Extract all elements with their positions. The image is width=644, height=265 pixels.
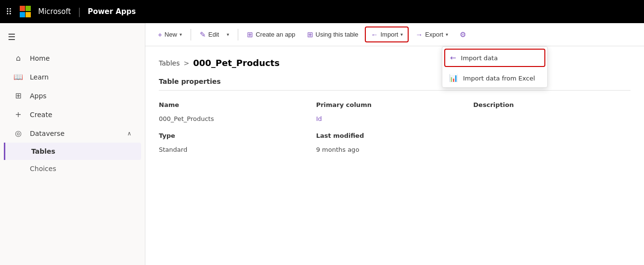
sidebar-label-learn: Learn (30, 73, 49, 81)
sidebar-item-tables[interactable]: Tables (4, 143, 141, 160)
company-name: Microsoft (38, 7, 71, 16)
sidebar-label-choices: Choices (30, 165, 56, 172)
sidebar-label-tables: Tables (31, 147, 55, 155)
create-app-icon: ⊞ (247, 30, 253, 39)
hamburger-icon: ☰ (8, 32, 15, 42)
import-excel-icon: 📊 (449, 74, 458, 82)
using-table-label: Using this table (316, 31, 359, 38)
new-button[interactable]: + New ▾ (153, 27, 187, 41)
dataverse-icon: ◎ (13, 129, 23, 138)
import-data-label: Import data (461, 54, 498, 62)
edit-chevron-button[interactable]: ▾ (226, 29, 234, 40)
import-excel-label: Import data from Excel (463, 75, 535, 82)
col-value-name: 000_Pet_Products (159, 113, 316, 127)
settings-button[interactable]: ⚙ (455, 27, 471, 42)
sidebar-item-apps[interactable]: ⊞ Apps (4, 86, 141, 105)
col-header-primary: Primary column (316, 96, 474, 113)
topbar-divider: | (77, 6, 81, 17)
new-label: New (165, 31, 177, 38)
import-chevron-icon: ▾ (400, 32, 403, 37)
sidebar: ☰ ⌂ Home 📖 Learn ⊞ Apps + Create ◎ Datav… (0, 23, 145, 265)
export-button[interactable]: → Export ▾ (411, 27, 453, 41)
sidebar-item-create[interactable]: + Create (4, 105, 141, 124)
col-header-modified: Last modified (316, 127, 474, 144)
sidebar-item-dataverse[interactable]: ◎ Dataverse ∧ (4, 124, 141, 143)
table-properties-title: Table properties (159, 78, 631, 91)
home-icon: ⌂ (13, 53, 23, 63)
col-value-primary: Id (316, 113, 474, 127)
sidebar-label-create: Create (30, 111, 52, 119)
export-label: Export (425, 31, 443, 38)
grid-icon[interactable]: ⠿ (6, 7, 12, 17)
sidebar-label-dataverse: Dataverse (30, 130, 64, 137)
app-name: Power Apps (88, 7, 136, 16)
col-header-type: Type (159, 127, 316, 144)
col-header-name: Name (159, 96, 316, 113)
sidebar-label-apps: Apps (30, 92, 47, 100)
edit-chevron-icon: ▾ (227, 32, 229, 37)
import-icon: ← (371, 30, 378, 39)
hamburger-menu[interactable]: ☰ (0, 27, 145, 47)
properties-grid: Name Primary column Description 000_Pet_… (159, 96, 631, 158)
export-icon: → (415, 30, 423, 39)
apps-icon: ⊞ (13, 91, 23, 100)
export-chevron-icon: ▾ (446, 32, 448, 37)
toolbar-sep-1 (191, 29, 191, 40)
toolbar: + New ▾ ✎ Edit ▾ ⊞ Create an app ⊞ Using… (145, 23, 644, 46)
sidebar-item-home[interactable]: ⌂ Home (4, 49, 141, 67)
import-data-icon: ← (450, 53, 456, 62)
breadcrumb-separator: > (184, 59, 190, 67)
topbar: ⠿ Microsoft | Power Apps (0, 0, 644, 23)
dataverse-chevron: ∧ (127, 130, 131, 137)
main-layout: ☰ ⌂ Home 📖 Learn ⊞ Apps + Create ◎ Datav… (0, 23, 644, 265)
toolbar-sep-2 (238, 29, 238, 40)
sidebar-item-learn[interactable]: 📖 Learn (4, 67, 141, 86)
microsoft-logo (20, 6, 31, 17)
col-header-empty (473, 127, 631, 144)
create-app-label: Create an app (256, 31, 295, 38)
content-area: Tables > 000_Pet_Products Table properti… (145, 46, 644, 265)
learn-icon: 📖 (13, 72, 23, 81)
settings-icon: ⚙ (460, 30, 466, 39)
new-chevron-icon: ▾ (180, 32, 182, 37)
create-app-button[interactable]: ⊞ Create an app (242, 27, 300, 42)
sidebar-item-choices[interactable]: Choices (4, 160, 141, 177)
using-table-icon: ⊞ (307, 30, 313, 39)
import-button[interactable]: ← Import ▾ (365, 26, 409, 42)
main-content: + New ▾ ✎ Edit ▾ ⊞ Create an app ⊞ Using… (145, 23, 644, 265)
edit-label: Edit (208, 31, 219, 38)
import-label: Import (380, 31, 398, 38)
edit-button[interactable]: ✎ Edit (195, 27, 224, 42)
dropdown-item-import-excel[interactable]: 📊 Import data from Excel (442, 69, 547, 87)
breadcrumb-tables-link[interactable]: Tables (159, 59, 180, 67)
breadcrumb-current: 000_Pet_Products (193, 58, 280, 68)
col-value-description (473, 113, 631, 127)
import-dropdown: ← Import data 📊 Import data from Excel (442, 46, 548, 88)
dropdown-item-import-data[interactable]: ← Import data (444, 49, 545, 67)
col-value-type: Standard (159, 144, 316, 158)
col-value-empty (473, 144, 631, 158)
col-header-description: Description (473, 96, 631, 113)
breadcrumb: Tables > 000_Pet_Products (159, 58, 631, 68)
col-value-modified: 9 months ago (316, 144, 474, 158)
sidebar-label-home: Home (30, 54, 50, 62)
new-plus-icon: + (158, 30, 162, 39)
edit-pencil-icon: ✎ (200, 30, 206, 39)
using-table-button[interactable]: ⊞ Using this table (302, 27, 363, 42)
create-icon: + (13, 110, 23, 119)
